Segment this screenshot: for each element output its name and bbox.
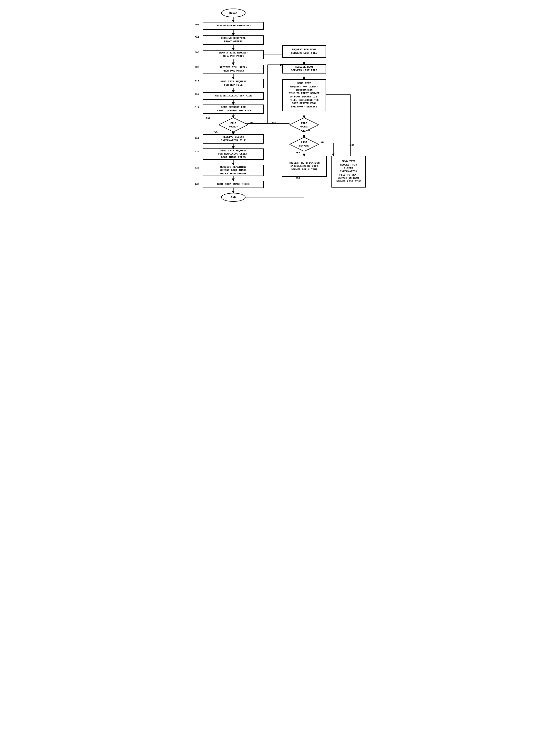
box-604: RECEIVE DHCP/PXEPROXY OFFERS <box>203 35 264 45</box>
label-614: 614 <box>195 106 199 109</box>
box-620: SEND TFTP REQUESTFOR REMAINING CLIENTBOO… <box>203 149 264 160</box>
label-no1: NO <box>250 122 253 124</box>
diamond-616: FILE FOUND? <box>219 118 248 132</box>
label-636: 636 <box>350 144 354 147</box>
svg-text:LAST: LAST <box>301 141 307 144</box>
end-oval: END <box>221 193 245 202</box>
svg-text:FOUND?: FOUND? <box>300 126 308 128</box>
box-622: RECEIVE REMAININGCLIENT BOOT IMAGEFILES … <box>203 165 264 176</box>
box-630: SEND TFTPREQUEST FOR CLIENTINFORMATIONFI… <box>282 79 326 111</box>
label-638: 638 <box>296 177 300 180</box>
diamond-634: LAST SERVER? <box>290 137 319 151</box>
box-610: SEND TFTP REQUESTFOR NBP FILE <box>203 79 264 88</box>
box-624: BOOT FROM IMAGE FILES <box>203 181 264 188</box>
end-label: END <box>231 196 236 199</box>
label-622: 622 <box>195 166 199 169</box>
box-614: SEND REQUEST FORCLIENT INFORMATION FILE <box>203 104 264 114</box>
label-no3: NO <box>321 141 324 144</box>
label-no2: NO <box>302 130 305 132</box>
box-606-text: SEND A BINL REQUESTTO A PXE PROXY <box>219 51 248 58</box>
box-602: DHCP DISCOVER BROADCAST <box>203 22 264 30</box>
label-610: 610 <box>195 80 199 83</box>
flowchart-diagram: BEGIN 602 DHCP DISCOVER BROADCAST 604 RE… <box>180 5 355 244</box>
svg-text:FILE: FILE <box>230 122 236 125</box>
svg-text:FILE: FILE <box>301 122 307 125</box>
box-notification-text: PRESENT NOTIFICATIONINDICATING NO BOOTSE… <box>289 161 320 171</box>
box-620-text: SEND TFTP REQUESTFOR REMAINING CLIENTBOO… <box>218 149 249 159</box>
box-608: RECIEVE BINL REPLYFROM PXE PROXY <box>203 65 264 74</box>
label-620: 620 <box>195 150 199 153</box>
box-622-text: RECEIVE REMAININGCLIENT BOOT IMAGEFILES … <box>220 165 246 176</box>
box-636-text: SEND TFTPREQUEST FORCLIENTINFORMATIONFIL… <box>336 160 361 183</box>
label-612: 612 <box>195 93 199 96</box>
box-626-text: REQUEST FOR BOOTSERVERS LIST FILE <box>291 48 317 55</box>
label-602: 602 <box>195 23 199 26</box>
label-608: 608 <box>195 66 199 69</box>
box-602-text: DHCP DISCOVER BROADCAST <box>216 24 251 28</box>
svg-text:FOUND?: FOUND? <box>229 126 238 128</box>
box-604-text: RECEIVE DHCP/PXEPROXY OFFERS <box>221 37 246 43</box>
label-yes1: YES <box>213 131 218 133</box>
box-notification: PRESENT NOTIFICATIONINDICATING NO BOOTSE… <box>282 156 327 177</box>
begin-oval: BEGIN <box>221 9 245 17</box>
box-636: SEND TFTPREQUEST FORCLIENTINFORMATIONFIL… <box>331 156 366 188</box>
svg-marker-34 <box>219 118 248 132</box>
box-610-text: SEND TFTP REQUESTFOR NBP FILE <box>220 80 246 87</box>
box-628: RECEIVE BOOTSERVERS LIST FILE <box>282 64 326 73</box>
svg-marker-40 <box>290 137 319 151</box>
box-612-text: RECEIVE INITIAL NBP FILE <box>215 94 252 98</box>
begin-label: BEGIN <box>229 12 237 15</box>
label-604: 604 <box>195 36 199 39</box>
box-628-text: RECEIVE BOOTSERVERS LIST FILE <box>291 66 317 72</box>
box-606: SEND A BINL REQUESTTO A PXE PROXY <box>203 50 264 59</box>
label-606: 606 <box>195 51 199 54</box>
box-612: RECEIVE INITIAL NBP FILE <box>203 92 264 100</box>
svg-text:SERVER?: SERVER? <box>299 145 309 147</box>
box-618-text: RECEIVE CLIENTINFORMATION FILE <box>221 135 246 142</box>
box-630-text: SEND TFTPREQUEST FOR CLIENTINFORMATIONFI… <box>289 82 320 108</box>
box-618: RECEIVE CLIENTINFORMATION FILE <box>203 134 264 144</box>
box-608-text: RECIEVE BINL REPLYFROM PXE PROXY <box>219 66 247 73</box>
label-616: 616 <box>206 117 211 119</box>
label-624: 624 <box>195 183 199 185</box>
box-614-text: SEND REQUEST FORCLIENT INFORMATION FILE <box>216 106 251 112</box>
label-yes2: YES <box>272 122 276 124</box>
box-626: REQUEST FOR BOOTSERVERS LIST FILE <box>282 45 326 58</box>
label-618: 618 <box>195 137 199 139</box>
label-yes3: YES <box>296 151 300 154</box>
box-624-text: BOOT FROM IMAGE FILES <box>217 183 249 186</box>
